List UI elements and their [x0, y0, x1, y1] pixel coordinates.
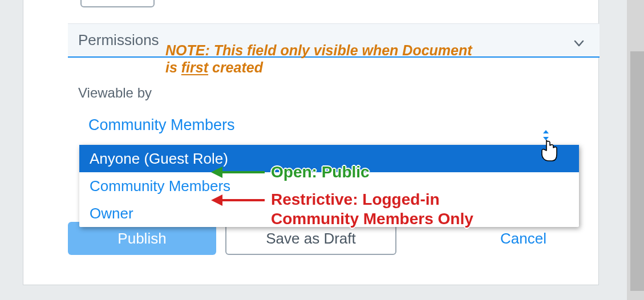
scrollbar-track[interactable]	[627, 0, 644, 300]
scrollbar-thumb[interactable]	[630, 51, 644, 291]
viewable-by-label: Viewable by	[78, 85, 152, 101]
dropdown-option-label: Community Members	[90, 177, 230, 195]
restrictive-annotation: Restrictive: Logged-in Community Members…	[271, 190, 499, 228]
pointer-cursor-icon	[536, 137, 559, 163]
save-draft-button-label: Save as Draft	[266, 230, 356, 248]
permissions-header-label: Permissions	[78, 31, 159, 49]
arrow-left-green-icon	[210, 165, 266, 179]
publish-button-label: Publish	[118, 230, 166, 248]
chevron-down-icon	[572, 37, 586, 50]
dropdown-option-label: Owner	[90, 205, 133, 222]
note-annotation: NOTE: This field only visible when Docum…	[165, 42, 479, 76]
select-button[interactable]: Select	[80, 0, 155, 7]
arrow-left-red-icon	[210, 193, 266, 207]
note-emphasis: first	[181, 59, 208, 75]
viewable-by-dropdown[interactable]: Community Members	[78, 108, 580, 142]
note-suffix: created	[208, 59, 263, 75]
dropdown-option-label: Anyone (Guest Role)	[90, 150, 228, 168]
dropdown-selected-value: Community Members	[88, 116, 235, 134]
cancel-button-label: Cancel	[500, 230, 546, 248]
open-public-annotation: Open: Public	[271, 163, 370, 182]
select-button-label: Select	[99, 0, 137, 1]
